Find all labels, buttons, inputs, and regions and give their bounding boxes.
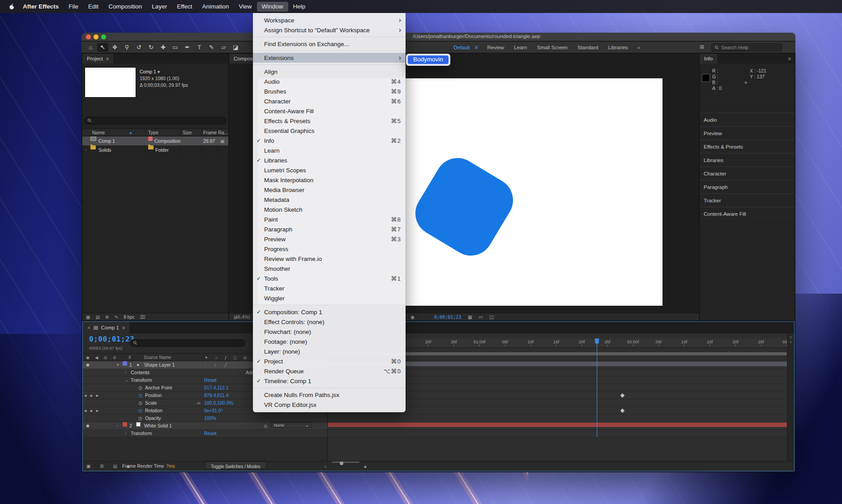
menu-item[interactable]: Audio ⌘4 [253,77,406,86]
item-name[interactable]: Solids [98,145,111,154]
menu-item[interactable]: Character ⌘6 [253,96,406,106]
preview-timecode[interactable]: 0;00;01;23 [434,313,461,321]
timeline-zoom-knob[interactable] [340,461,343,465]
project-table-header[interactable]: Name ▲ Type Size Frame Ra... [82,128,228,136]
docked-panel-tab[interactable]: Effects & Presets [700,140,795,153]
tool-button[interactable]: ↺ [133,43,145,52]
menubar-item[interactable]: Layer [147,2,172,12]
workspace-tab[interactable]: Libraries [603,45,633,50]
collapse-arrow-icon[interactable]: ▾ [117,361,119,369]
interpret-footage-icon[interactable]: ▦ [86,315,90,320]
docked-panel-tab[interactable]: Libraries [700,153,795,167]
stopwatch-icon-active[interactable]: ◷ [138,407,142,414]
layer-switches[interactable]: ◦ ☼ ╱ [205,361,230,369]
menu-item-bodymovin[interactable]: Bodymovin [408,56,449,64]
menu-item[interactable]: Layer: (none) [253,346,406,356]
stopwatch-icon[interactable]: ◷ [138,399,142,407]
docked-panel-tab[interactable]: Preview [700,126,795,140]
column-name[interactable]: Name [92,129,105,137]
timeline-scrollbar-strip[interactable]: ◇≡ [787,333,794,461]
column-framerate[interactable]: Frame Ra... [203,129,228,137]
transparency-grid-icon[interactable]: ◫ [489,313,494,321]
tool-button[interactable]: ▭ [170,43,181,52]
project-row-solids[interactable]: › Solids Folder [82,145,228,154]
stopwatch-icon-active[interactable]: ◷ [138,392,142,399]
workspace-tab[interactable]: Learn [509,45,532,50]
layer-name[interactable]: White Solid 1 [144,422,172,430]
menu-item[interactable]: Progress [253,244,406,254]
layer-name[interactable]: Shape Layer 1 [144,361,175,369]
parent-pickwhip-icon[interactable]: ◎ [264,422,268,430]
tool-button[interactable]: T [194,43,205,52]
tool-button[interactable]: ✒ [182,43,193,52]
search-help-box[interactable]: ⚲ Search Help [711,43,782,51]
zoom-out-mountain-icon[interactable]: ▵ [325,461,326,471]
workspace-tab[interactable]: Standard [573,45,603,50]
layer-color-chip[interactable] [123,361,127,366]
menu-item[interactable]: Review with Frame.io [253,254,406,264]
tool-button[interactable]: ↻ [145,43,157,52]
tool-button[interactable]: ↖ [97,43,108,52]
menu-item[interactable]: Essential Graphics [253,126,406,136]
workspace-menu-icon[interactable]: ≡ [474,44,482,51]
menu-item[interactable]: Lumetri Scopes [253,165,406,175]
toggle-switches-modes-button[interactable]: Toggle Switches / Modes [205,461,266,469]
menu-item[interactable]: Metadata [253,195,406,205]
visibility-eye-icon[interactable]: ◉ [86,422,90,430]
menu-item[interactable]: Workspace › [253,15,406,25]
constrain-proportions-icon[interactable]: ∞ [197,399,201,407]
stopwatch-icon[interactable]: ◷ [138,414,142,422]
white-solid-duration-bar[interactable] [328,423,787,427]
menubar-item[interactable]: View [234,2,256,12]
property-value[interactable]: 0x+31.0° [204,407,223,414]
docked-panel-tab[interactable]: Audio [700,113,795,126]
expand-arrow-icon[interactable]: › [125,369,126,376]
menu-item[interactable]: Paint ⌘8 [253,214,406,224]
keyframe-navigator[interactable]: ◀ ◆ ▶ [84,407,100,414]
close-tab-icon[interactable]: × [87,325,90,330]
menubar-item[interactable]: Effect [172,2,197,12]
tool-button[interactable]: ▱ [218,43,229,52]
menubar-item[interactable]: Composition [103,2,147,12]
menu-item[interactable]: Motion Sketch [253,205,406,214]
tool-button[interactable]: ✎ [206,43,217,52]
zoom-in-mountain-icon[interactable]: ▲ [363,461,368,471]
menu-item[interactable]: ✓ Tools ⌘1 [253,273,406,283]
info-tab[interactable]: Info [700,54,717,64]
trash-icon[interactable]: ⌧ [140,315,145,320]
workspace-bar-icon[interactable]: ⊞ [700,44,704,50]
menu-item[interactable]: Wiggler [253,293,406,303]
menu-item[interactable]: ✓ Info ⌘2 [253,136,406,145]
property-value[interactable]: 517.4,112.1 [204,384,229,392]
menu-item[interactable]: VR Comp Editor.jsx [253,400,406,410]
column-type[interactable]: Type [148,129,158,137]
timeline-search-input[interactable]: ⚲ [130,339,245,347]
layer-row-white-solid-1[interactable]: ◉ › 2 White Solid 1 ◎ None ⌄ [83,422,327,430]
tool-button[interactable]: ✚ [158,43,169,52]
menu-item[interactable]: ✓ Project ⌘0 [253,356,406,366]
docked-panel-tab[interactable]: Tracker [700,193,795,207]
docked-panel-tab[interactable]: Character [700,167,795,180]
current-time-indicator-line[interactable] [597,338,597,437]
visibility-eye-icon[interactable]: ◉ [86,361,90,369]
project-search-input[interactable]: ⚲ [84,117,227,124]
menu-item[interactable]: Effects & Presets ⌘5 [253,116,406,126]
source-name-column[interactable]: Source Name [144,354,171,362]
collapse-arrow-icon[interactable]: ⌄ [125,376,128,384]
menubar-item[interactable]: Help [288,2,311,12]
menu-item[interactable]: Smoother [253,264,406,273]
comp-name[interactable]: Comp 1 [140,69,156,74]
workspace-tab[interactable]: Review [482,45,509,50]
menu-item[interactable]: Learn [253,145,406,155]
property-value[interactable]: 100.0,100.0% [204,399,233,407]
property-value[interactable]: 979.4,611.4 [204,392,229,399]
blue-rounded-square-shape[interactable] [407,149,521,264]
menu-item[interactable]: ✓ Composition: Comp 1 [253,307,406,317]
timeline-tab-comp1[interactable]: × Comp 1 ≡ [83,322,129,333]
tool-button[interactable]: ⌂ [85,43,96,52]
menu-item[interactable]: Brushes ⌘9 [253,86,406,96]
panel-menu-icon[interactable]: ≡ [106,56,109,61]
menubar-item[interactable]: Window [257,2,288,12]
docked-panel-tab[interactable]: Content-Aware Fill [700,207,795,220]
menu-item[interactable]: Flowchart: (none) [253,327,406,337]
